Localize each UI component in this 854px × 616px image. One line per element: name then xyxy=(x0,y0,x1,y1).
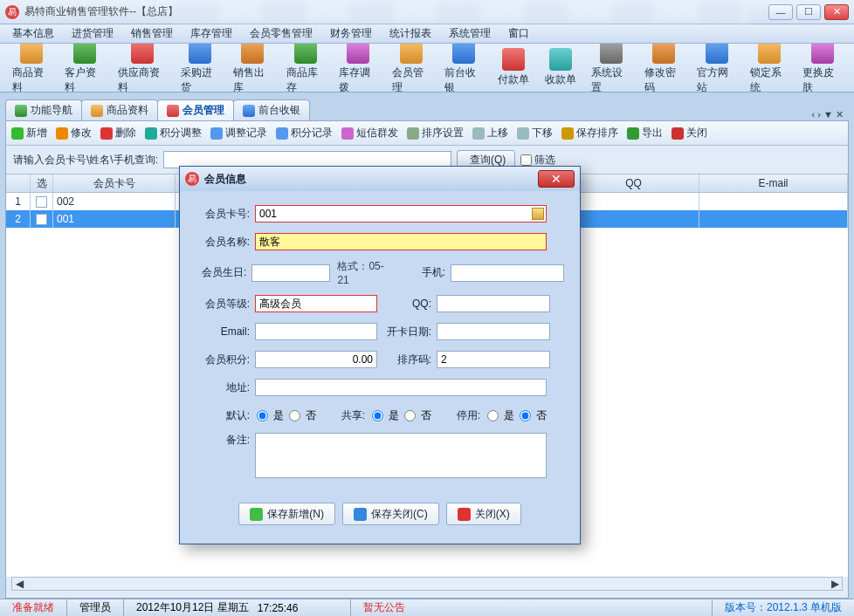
toolbar-button[interactable]: 供应商资料 xyxy=(111,44,174,92)
action-button[interactable]: 导出 xyxy=(627,126,663,140)
background-blur xyxy=(175,2,749,23)
menu-item[interactable]: 基本信息 xyxy=(3,26,63,41)
row-checkbox-cell[interactable] xyxy=(31,193,53,210)
scroll-left-icon[interactable]: ◀ xyxy=(12,578,26,590)
toolbar-button[interactable]: 更换皮肤 xyxy=(795,44,848,92)
toolbar-icon xyxy=(652,44,675,64)
toolbar-button[interactable]: 系统设置 xyxy=(584,44,637,92)
default-no-radio[interactable] xyxy=(289,410,300,421)
tab[interactable]: 功能导航 xyxy=(5,99,82,120)
action-label: 调整记录 xyxy=(225,126,267,140)
menu-item[interactable]: 销售管理 xyxy=(122,26,182,41)
tab-label: 功能导航 xyxy=(31,103,72,118)
toolbar-label: 销售出库 xyxy=(233,65,272,93)
default-yes-radio[interactable] xyxy=(257,410,268,421)
tab[interactable]: 会员管理 xyxy=(157,99,234,120)
dialog-close-button[interactable]: ✕ xyxy=(538,170,575,188)
scroll-right-icon[interactable]: ▶ xyxy=(828,578,842,590)
toolbar-button[interactable]: 官方网站 xyxy=(690,44,742,92)
row-checkbox-cell[interactable] xyxy=(31,210,53,228)
dialog-title: 会员信息 xyxy=(204,172,538,187)
toolbar-button[interactable]: 付款单 xyxy=(490,46,537,89)
action-icon xyxy=(56,127,68,140)
menu-item[interactable]: 会员零售管理 xyxy=(241,26,321,41)
menu-item[interactable]: 库存管理 xyxy=(182,26,241,41)
disable-yes-radio[interactable] xyxy=(487,410,499,421)
action-label: 积分调整 xyxy=(160,126,202,140)
action-icon xyxy=(671,127,684,140)
menu-item[interactable]: 财务管理 xyxy=(321,26,381,41)
toolbar-button[interactable]: 会员管理 xyxy=(385,44,437,92)
filter-checkbox-label[interactable]: 筛选 xyxy=(520,153,555,168)
disable-no-radio[interactable] xyxy=(520,410,531,421)
points-input[interactable] xyxy=(255,351,377,368)
toolbar-button[interactable]: 客户资料 xyxy=(58,44,110,92)
close-dialog-label: 关闭(X) xyxy=(475,507,510,522)
horizontal-scrollbar[interactable]: ◀ ▶ xyxy=(11,577,843,591)
toolbar-label: 供应商资料 xyxy=(118,65,167,93)
open-input[interactable] xyxy=(437,323,550,340)
toolbar-button[interactable]: 销售出库 xyxy=(226,44,279,92)
toolbar-label: 采购进货 xyxy=(181,65,219,93)
toolbar-button[interactable]: 前台收银 xyxy=(437,44,490,92)
action-button[interactable]: 排序设置 xyxy=(407,126,464,140)
name-input[interactable] xyxy=(255,233,547,250)
save-new-button[interactable]: 保存新增(N) xyxy=(238,503,335,525)
share-yes-radio[interactable] xyxy=(372,410,383,421)
email-input[interactable] xyxy=(255,323,377,340)
level-input[interactable] xyxy=(255,295,377,312)
toolbar-button[interactable]: 采购进货 xyxy=(174,44,226,92)
action-button[interactable]: 下移 xyxy=(517,126,553,140)
action-button[interactable]: 关闭 xyxy=(671,126,707,140)
action-button[interactable]: 上移 xyxy=(472,126,508,140)
toolbar-label: 付款单 xyxy=(498,72,529,87)
toolbar-label: 前台收银 xyxy=(444,65,483,93)
filter-checkbox[interactable] xyxy=(520,154,532,166)
toolbar-button[interactable]: 收款单 xyxy=(537,46,584,89)
toolbar-button[interactable]: 库存调拨 xyxy=(332,44,384,92)
row-checkbox[interactable] xyxy=(36,196,47,208)
action-button[interactable]: 调整记录 xyxy=(210,126,267,140)
addr-input[interactable] xyxy=(255,379,547,396)
card-input[interactable] xyxy=(255,205,547,222)
qq-input[interactable] xyxy=(437,295,550,312)
menu-item[interactable]: 进货管理 xyxy=(63,26,122,41)
toolbar-button[interactable]: 修改密码 xyxy=(637,44,690,92)
window-titlebar: 易 易特商业销售管理软件--【总店】 — ☐ ✕ xyxy=(0,0,854,24)
toolbar-label: 收款单 xyxy=(545,72,576,87)
status-date: 2012年10月12日 星期五 xyxy=(136,600,249,615)
toolbar-button[interactable]: 商品库存 xyxy=(279,44,332,92)
toolbar-label: 更换皮肤 xyxy=(802,65,841,93)
share-no-radio[interactable] xyxy=(404,410,416,421)
action-button[interactable]: 积分记录 xyxy=(276,126,333,140)
maximize-button[interactable]: ☐ xyxy=(796,4,821,20)
action-button[interactable]: 新增 xyxy=(11,126,47,140)
row-checkbox[interactable] xyxy=(36,214,47,225)
remark-input[interactable] xyxy=(255,433,547,478)
tab[interactable]: 前台收银 xyxy=(233,99,310,120)
menu-item[interactable]: 统计报表 xyxy=(381,26,440,41)
action-label: 积分记录 xyxy=(291,126,333,140)
action-button[interactable]: 保存排序 xyxy=(561,126,618,140)
edit-icon[interactable] xyxy=(532,208,544,220)
toolbar-button[interactable]: 商品资料 xyxy=(5,44,58,92)
phone-input[interactable] xyxy=(451,264,564,282)
menu-item[interactable]: 系统管理 xyxy=(440,26,499,41)
close-button[interactable]: ✕ xyxy=(824,4,849,20)
toolbar-label: 商品资料 xyxy=(12,65,51,93)
save-close-button[interactable]: 保存关闭(C) xyxy=(342,503,439,525)
action-button[interactable]: 修改 xyxy=(56,126,92,140)
birth-input[interactable] xyxy=(251,264,330,282)
tab[interactable]: 商品资料 xyxy=(81,99,158,120)
menu-item[interactable]: 窗口 xyxy=(499,26,538,41)
toolbar-label: 系统设置 xyxy=(591,65,630,93)
email-label: Email: xyxy=(196,325,250,338)
action-button[interactable]: 积分调整 xyxy=(145,126,202,140)
toolbar-button[interactable]: 锁定系统 xyxy=(743,44,795,92)
action-button[interactable]: 短信群发 xyxy=(341,126,398,140)
minimize-button[interactable]: — xyxy=(768,4,793,20)
sort-input[interactable] xyxy=(437,351,550,368)
close-dialog-button[interactable]: 关闭(X) xyxy=(446,503,521,525)
action-button[interactable]: 删除 xyxy=(100,126,136,140)
tab-nav-buttons[interactable]: ‹ › ▼ ✕ xyxy=(807,109,849,120)
